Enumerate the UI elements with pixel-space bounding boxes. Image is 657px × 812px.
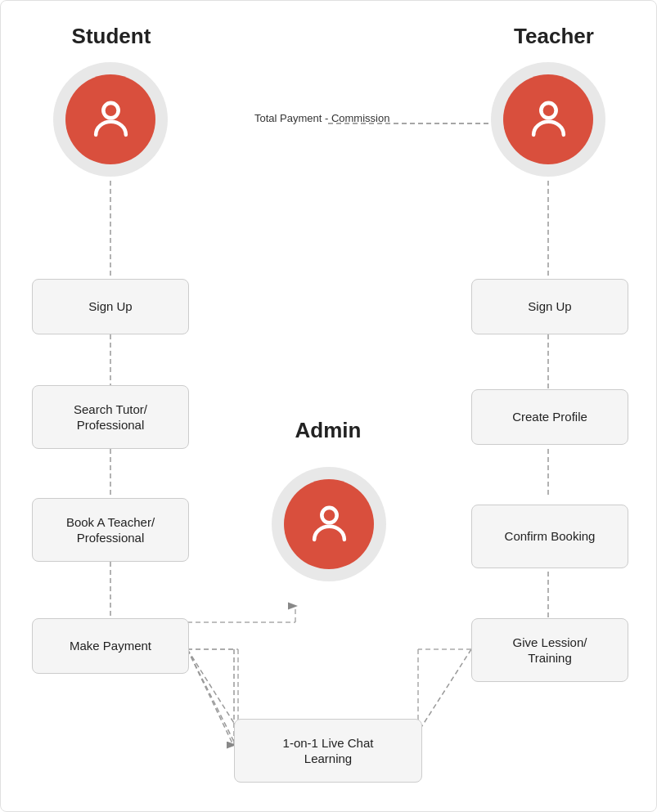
admin-label: Admin [254,418,402,443]
student-book-teacher-box: Book A Teacher/ Professional [32,498,189,562]
teacher-create-profile-box: Create Profile [471,389,628,445]
student-avatar-outer [53,62,168,177]
student-search-tutor-box: Search Tutor/ Professional [32,385,189,449]
teacher-avatar-inner [503,74,593,164]
student-make-payment-box: Make Payment [32,618,189,674]
svg-line-6 [187,649,233,745]
live-chat-box: 1-on-1 Live Chat Learning [234,719,422,783]
diagram: Student Teacher Admin Total Payment - Co… [0,0,657,812]
payment-label: Total Payment - Commission [254,112,389,124]
teacher-label: Teacher [493,24,615,49]
svg-point-26 [322,507,336,522]
student-label: Student [50,24,173,49]
student-person-icon [88,97,133,142]
teacher-person-icon [526,97,571,142]
svg-point-25 [541,102,556,117]
admin-person-icon [307,502,352,547]
teacher-confirm-booking-box: Confirm Booking [471,505,628,568]
svg-line-4 [187,649,234,742]
teacher-signup-box: Sign Up [471,279,628,334]
teacher-avatar-outer [491,62,605,177]
teacher-give-lesson-box: Give Lession/ Training [471,618,628,682]
student-signup-box: Sign Up [32,279,189,334]
admin-avatar-inner [284,479,374,569]
svg-point-24 [103,102,118,117]
admin-avatar-outer [272,467,386,581]
student-avatar-inner [65,74,155,164]
